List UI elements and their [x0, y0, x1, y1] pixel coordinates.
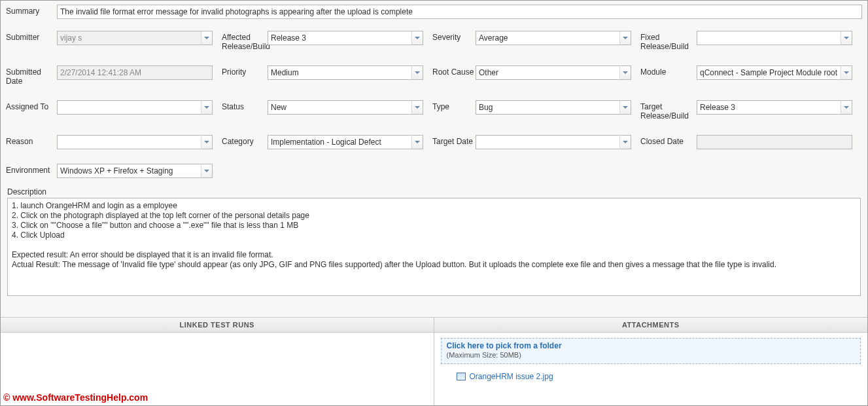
submitter-combo [57, 31, 201, 45]
chevron-down-icon [844, 106, 849, 109]
label-affected-release: Affected Release/Build [213, 31, 268, 51]
chevron-down-icon [415, 71, 420, 74]
chevron-down-icon [204, 37, 209, 39]
attachments-panel: ATTACHMENTS Click here to pick from a fo… [434, 318, 868, 405]
root-cause-combo[interactable] [476, 65, 619, 80]
category-combo[interactable] [268, 135, 411, 149]
label-summary: Summary [6, 5, 57, 16]
fixed-release-combo[interactable] [697, 31, 841, 45]
chevron-down-icon [623, 141, 628, 143]
closed-date-input [697, 135, 852, 149]
environment-combo[interactable] [57, 164, 201, 178]
severity-dropdown-button[interactable] [619, 31, 631, 45]
severity-combo[interactable] [476, 31, 619, 45]
chevron-down-icon [415, 141, 420, 143]
fixed-release-dropdown-button[interactable] [841, 31, 852, 45]
label-type: Type [423, 100, 476, 111]
target-release-dropdown-button[interactable] [841, 100, 852, 115]
label-submitter: Submitter [6, 31, 57, 42]
affected-release-combo[interactable] [268, 31, 411, 45]
attachment-link[interactable]: OrangeHRM issue 2.jpg [470, 372, 553, 381]
module-dropdown-button[interactable] [841, 65, 852, 80]
affected-release-dropdown-button[interactable] [411, 31, 423, 45]
linked-test-runs-header: LINKED TEST RUNS [1, 318, 434, 333]
image-file-icon [457, 373, 466, 380]
assigned-to-combo[interactable] [57, 100, 201, 115]
priority-combo[interactable] [268, 65, 411, 80]
label-target-date: Target Date [423, 135, 476, 146]
reason-dropdown-button[interactable] [201, 135, 213, 149]
max-size-note: (Maximum Size: 50MB) [447, 351, 521, 359]
chevron-down-icon [844, 37, 849, 39]
attachments-header: ATTACHMENTS [434, 318, 868, 333]
label-submitted-date: Submitted Date [6, 65, 57, 86]
label-module: Module [631, 65, 697, 77]
label-priority: Priority [213, 65, 268, 77]
attachment-row: OrangeHRM issue 2.jpg [441, 372, 861, 381]
label-fixed-release: Fixed Release/Build [631, 31, 697, 51]
chevron-down-icon [415, 106, 420, 109]
pick-from-folder-link[interactable]: Click here to pick from a folder [447, 341, 562, 350]
label-reason: Reason [6, 135, 57, 146]
attachment-drop-zone[interactable]: Click here to pick from a folder (Maximu… [441, 338, 861, 364]
label-status: Status [213, 100, 268, 111]
chevron-down-icon [204, 170, 209, 172]
status-combo[interactable] [268, 100, 411, 115]
chevron-down-icon [415, 37, 420, 39]
status-dropdown-button[interactable] [411, 100, 423, 115]
category-dropdown-button[interactable] [411, 135, 423, 149]
environment-dropdown-button[interactable] [201, 164, 213, 178]
label-root-cause: Root Cause [423, 65, 476, 77]
chevron-down-icon [204, 141, 209, 143]
label-target-release: Target Release/Build [631, 100, 697, 120]
linked-test-runs-body [1, 333, 434, 405]
submitter-dropdown-button[interactable] [201, 31, 213, 45]
reason-combo[interactable] [57, 135, 201, 149]
type-combo[interactable] [476, 100, 619, 115]
type-dropdown-button[interactable] [619, 100, 631, 115]
chevron-down-icon [623, 71, 628, 74]
chevron-down-icon [623, 106, 628, 109]
summary-input[interactable] [57, 5, 862, 19]
label-environment: Environment [6, 164, 57, 175]
chevron-down-icon [623, 37, 628, 39]
root-cause-dropdown-button[interactable] [619, 65, 631, 80]
label-severity: Severity [423, 31, 476, 42]
description-textarea[interactable]: 1. launch OrangeHRM and login as a emplo… [7, 198, 861, 296]
submitted-date-input [57, 65, 213, 80]
target-release-combo[interactable] [697, 100, 841, 115]
module-combo[interactable] [697, 65, 841, 80]
label-closed-date: Closed Date [631, 135, 697, 146]
label-description: Description [6, 186, 862, 198]
target-date-input[interactable] [476, 135, 619, 149]
assigned-to-dropdown-button[interactable] [201, 100, 213, 115]
linked-test-runs-panel: LINKED TEST RUNS [1, 318, 434, 405]
target-date-picker-button[interactable] [619, 135, 631, 149]
chevron-down-icon [844, 71, 849, 74]
label-assigned-to: Assigned To [6, 100, 57, 111]
priority-dropdown-button[interactable] [411, 65, 423, 80]
chevron-down-icon [204, 106, 209, 109]
label-category: Category [213, 135, 268, 146]
